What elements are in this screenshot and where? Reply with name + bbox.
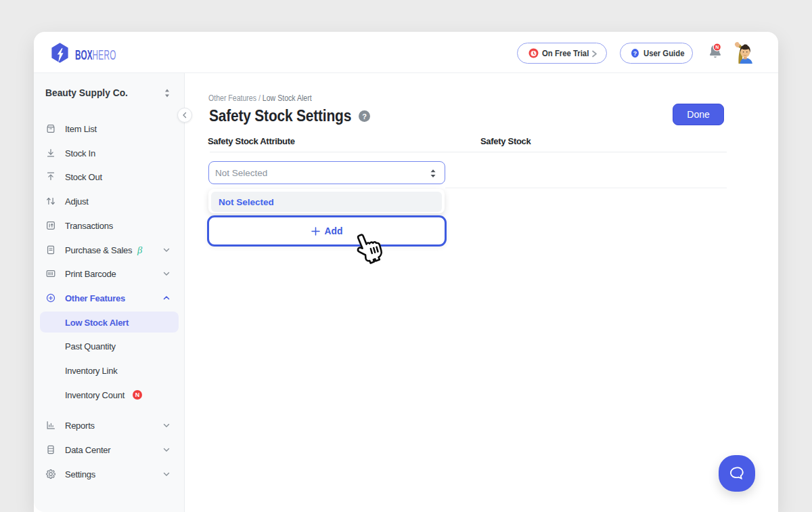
svg-text:N: N — [715, 45, 719, 49]
